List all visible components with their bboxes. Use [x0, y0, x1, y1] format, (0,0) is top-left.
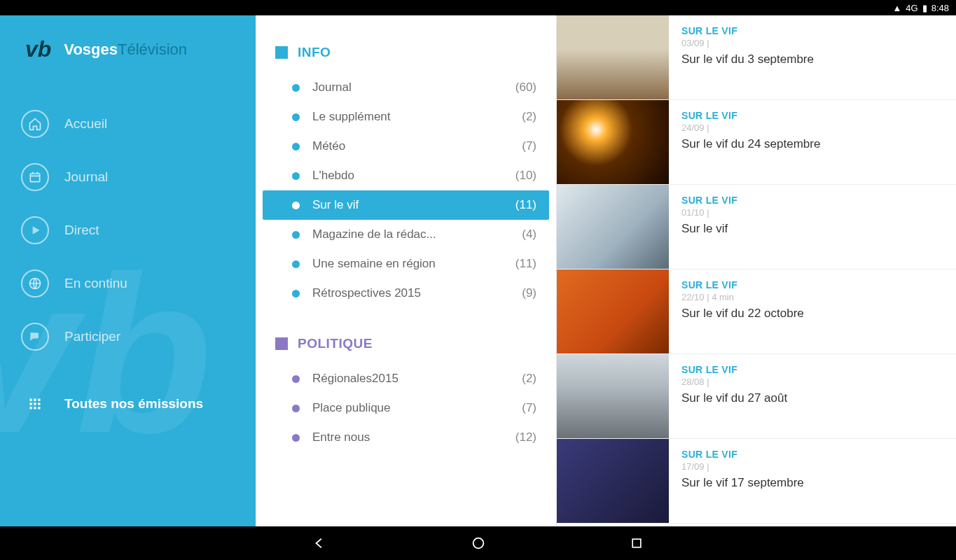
- category-item[interactable]: Rétrospectives 2015(9): [256, 279, 556, 308]
- video-category: SUR LE VIF: [681, 195, 737, 206]
- nav-encontinu[interactable]: En continu: [21, 257, 256, 310]
- bullet-icon: [292, 231, 300, 239]
- category-label: L'hebdo: [312, 169, 515, 183]
- section-title: POLITIQUE: [298, 336, 373, 351]
- nav-label: Participer: [64, 329, 120, 344]
- section-square-icon: [275, 46, 288, 59]
- video-meta: SUR LE VIF24/09 |Sur le vif du 24 septem…: [669, 100, 833, 184]
- video-item[interactable]: SUR LE VIF17/09 |Sur le vif 17 septembre: [557, 439, 956, 524]
- video-title: Sur le vif du 3 septembre: [681, 52, 814, 66]
- globe-icon: [21, 270, 49, 298]
- video-thumbnail: [557, 185, 669, 269]
- video-date: 01/10 |: [681, 207, 737, 218]
- home-icon: [21, 110, 49, 138]
- svg-point-11: [473, 538, 483, 549]
- category-count: (7): [522, 139, 536, 153]
- section-title: INFO: [298, 45, 331, 60]
- video-thumbnail: [557, 15, 669, 99]
- video-meta: SUR LE VIF22/10 | 4 minSur le vif du 22 …: [669, 270, 817, 354]
- status-bar: ▲ 4G ▮ 8:48: [0, 0, 956, 15]
- category-count: (60): [515, 80, 536, 94]
- video-meta: SUR LE VIF17/09 |Sur le vif 17 septembre: [669, 439, 817, 523]
- bullet-icon: [292, 202, 300, 209]
- nav-accueil[interactable]: Accueil: [21, 97, 256, 150]
- video-meta: SUR LE VIF28/08 |Sur le vif du 27 août: [669, 354, 800, 438]
- nav-direct[interactable]: Direct: [21, 204, 256, 257]
- brand-name-2: Télévision: [118, 41, 187, 58]
- recent-button[interactable]: [628, 534, 646, 552]
- video-category: SUR LE VIF: [681, 364, 787, 375]
- video-date: 17/09 |: [681, 461, 804, 472]
- category-label: Le supplément: [312, 110, 522, 124]
- svg-rect-9: [34, 407, 36, 409]
- video-meta: SUR LE VIF01/10 |Sur le vif: [669, 185, 750, 269]
- bullet-icon: [292, 84, 300, 92]
- category-item[interactable]: Régionales2015(2): [256, 364, 556, 393]
- bullet-icon: [292, 434, 300, 442]
- home-button[interactable]: [469, 534, 487, 552]
- category-label: Rétrospectives 2015: [312, 286, 522, 300]
- status-time: 8:48: [931, 3, 949, 13]
- category-count: (2): [522, 110, 536, 124]
- video-thumbnail: [557, 270, 669, 354]
- video-title: Sur le vif du 24 septembre: [681, 137, 820, 151]
- category-item[interactable]: Le supplément(2): [256, 102, 556, 132]
- category-item[interactable]: Météo(7): [256, 132, 556, 161]
- svg-rect-3: [34, 399, 36, 401]
- bullet-icon: [292, 113, 300, 121]
- category-item[interactable]: Magazine de la rédac...(4): [256, 220, 556, 249]
- nav-label: Toutes nos émissions: [64, 396, 203, 412]
- category-item[interactable]: Place publique(7): [256, 393, 556, 423]
- svg-rect-8: [30, 407, 32, 409]
- play-icon: [21, 216, 49, 244]
- nav-journal[interactable]: Journal: [21, 150, 256, 204]
- network-label: 4G: [906, 3, 917, 13]
- bullet-icon: [292, 290, 300, 298]
- video-date: 28/08 |: [681, 377, 787, 387]
- video-title: Sur le vif du 22 octobre: [681, 307, 804, 321]
- category-item[interactable]: Sur le vif(11): [263, 190, 549, 220]
- svg-rect-4: [38, 399, 40, 401]
- video-item[interactable]: SUR LE VIF22/10 | 4 minSur le vif du 22 …: [557, 270, 956, 354]
- nav-label: Accueil: [64, 116, 107, 132]
- section-header-politique: POLITIQUE: [256, 326, 556, 364]
- category-panel: INFOJournal(60)Le supplément(2)Météo(7)L…: [256, 15, 557, 526]
- category-label: Place publique: [312, 401, 522, 415]
- category-item[interactable]: Journal(60): [256, 73, 556, 102]
- svg-rect-12: [632, 539, 641, 547]
- network-icon: ▲: [892, 3, 901, 13]
- category-count: (12): [515, 430, 536, 444]
- nav-label: En continu: [64, 276, 127, 291]
- android-navbar: [0, 526, 956, 560]
- journal-icon: [21, 163, 49, 191]
- svg-rect-6: [34, 402, 36, 405]
- category-label: Une semaine en région: [312, 257, 515, 271]
- category-count: (7): [522, 401, 536, 415]
- video-thumbnail: [557, 354, 669, 438]
- video-item[interactable]: SUR LE VIF24/09 |Sur le vif du 24 septem…: [557, 100, 956, 185]
- category-item[interactable]: Une semaine en région(11): [256, 249, 556, 279]
- section-square-icon: [275, 337, 288, 350]
- bullet-icon: [292, 375, 300, 383]
- nav: Accueil Journal Direct En continu Partic…: [0, 97, 256, 430]
- category-count: (11): [515, 257, 536, 271]
- nav-label: Direct: [64, 223, 99, 238]
- video-thumbnail: [557, 100, 669, 184]
- category-count: (11): [515, 198, 536, 212]
- battery-icon: ▮: [922, 3, 927, 13]
- nav-participer[interactable]: Participer: [21, 310, 256, 363]
- video-category: SUR LE VIF: [681, 25, 814, 36]
- category-label: Régionales2015: [312, 372, 522, 386]
- svg-rect-10: [38, 407, 40, 409]
- video-title: Sur le vif: [681, 222, 737, 236]
- category-count: (9): [522, 286, 536, 300]
- svg-rect-2: [30, 399, 32, 401]
- nav-emissions[interactable]: Toutes nos émissions: [21, 377, 256, 430]
- back-button[interactable]: [311, 534, 329, 552]
- category-item[interactable]: L'hebdo(10): [256, 161, 556, 190]
- category-item[interactable]: Entre nous(12): [256, 423, 556, 452]
- category-label: Journal: [312, 80, 515, 94]
- video-item[interactable]: SUR LE VIF03/09 |Sur le vif du 3 septemb…: [557, 15, 956, 100]
- video-item[interactable]: SUR LE VIF01/10 |Sur le vif: [557, 185, 956, 270]
- video-item[interactable]: SUR LE VIF28/08 |Sur le vif du 27 août: [557, 354, 956, 439]
